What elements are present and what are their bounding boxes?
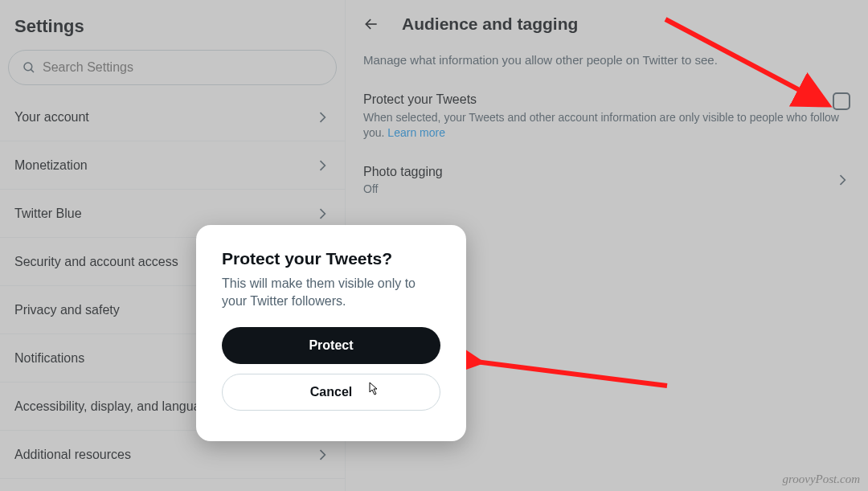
page-title: Audience and tagging bbox=[402, 14, 578, 34]
sidebar-item-label: Monetization bbox=[14, 158, 88, 173]
sidebar-item-label: Your account bbox=[14, 110, 89, 125]
chevron-right-icon bbox=[834, 172, 850, 188]
setting-value: Off bbox=[363, 182, 443, 195]
protect-tweets-checkbox[interactable] bbox=[833, 92, 850, 110]
cancel-button[interactable]: Cancel bbox=[222, 374, 440, 411]
settings-title: Settings bbox=[0, 8, 345, 50]
sidebar-item-label: Notifications bbox=[14, 351, 84, 366]
learn-more-link[interactable]: Learn more bbox=[387, 126, 445, 139]
search-settings[interactable] bbox=[8, 50, 337, 85]
dialog-body: This will make them visible only to your… bbox=[222, 275, 440, 309]
sidebar-item-label: Privacy and safety bbox=[14, 303, 120, 317]
setting-protect-tweets: Protect your Tweets When selected, your … bbox=[346, 84, 868, 152]
sidebar-item-label: Accessibility, display, and languages bbox=[14, 399, 221, 414]
sidebar-item-label: Additional resources bbox=[14, 448, 131, 462]
search-icon bbox=[22, 60, 36, 75]
setting-title: Protect your Tweets bbox=[363, 92, 850, 107]
search-input[interactable] bbox=[43, 60, 323, 75]
sidebar-item-monetization[interactable]: Monetization bbox=[0, 141, 345, 190]
watermark: groovyPost.com bbox=[782, 473, 860, 486]
chevron-right-icon bbox=[314, 206, 330, 222]
setting-description: When selected, your Tweets and other acc… bbox=[363, 110, 850, 141]
setting-title: Photo tagging bbox=[363, 165, 443, 179]
sidebar-item-your-account[interactable]: Your account bbox=[0, 93, 345, 141]
chevron-right-icon bbox=[314, 158, 330, 174]
svg-line-1 bbox=[31, 69, 34, 72]
svg-point-0 bbox=[24, 63, 32, 71]
setting-photo-tagging[interactable]: Photo tagging Off bbox=[346, 152, 868, 208]
sidebar-item-label: Twitter Blue bbox=[14, 207, 82, 221]
dialog-title: Protect your Tweets? bbox=[222, 249, 440, 268]
sidebar-item-label: Security and account access bbox=[14, 255, 178, 269]
chevron-right-icon bbox=[314, 447, 330, 463]
page-subtitle: Manage what information you allow other … bbox=[346, 48, 868, 84]
protect-tweets-dialog: Protect your Tweets? This will make them… bbox=[196, 225, 466, 441]
chevron-right-icon bbox=[314, 109, 330, 125]
back-arrow-icon[interactable] bbox=[363, 16, 379, 32]
protect-button[interactable]: Protect bbox=[222, 327, 440, 364]
